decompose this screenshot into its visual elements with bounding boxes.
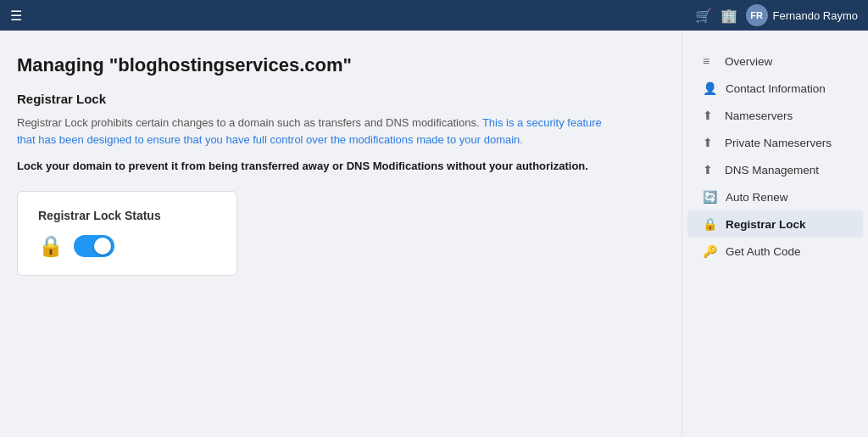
sidebar-item-private-nameservers-label: Private Nameservers [725,137,832,149]
auto-renew-icon: 🔄 [703,190,717,204]
sidebar-item-registrar-lock-label: Registrar Lock [726,218,806,231]
sidebar-item-dns-label: DNS Management [725,164,819,176]
sidebar: ≡ Overview 👤 Contact Information ⬆ Names… [682,31,868,437]
dns-icon: ⬆ [703,163,716,176]
toggle-slider[interactable] [74,235,114,257]
nav-left: ☰ [10,8,22,24]
lock-icon: 🔒 [38,234,64,258]
sidebar-item-nameservers-label: Nameservers [725,109,793,122]
building-icon[interactable]: 🏢 [721,8,737,24]
cart-icon[interactable]: 🛒 [695,8,712,24]
nav-right: 🛒 🏢 FR Fernando Raymo [695,4,858,26]
sidebar-item-registrar-lock[interactable]: 🔒 Registrar Lock [687,210,863,238]
page-title: Managing "bloghostingservices.com" [17,54,654,76]
main-layout: Managing "bloghostingservices.com" Regis… [0,31,868,437]
sidebar-item-auto-renew[interactable]: 🔄 Auto Renew [687,183,863,210]
auth-code-icon: 🔑 [703,244,717,258]
registrar-lock-icon: 🔒 [703,217,717,231]
lock-row: 🔒 [38,234,216,258]
bold-notice: Lock your domain to prevent it from bein… [17,160,610,172]
sidebar-item-auto-renew-label: Auto Renew [726,191,788,204]
private-nameservers-icon: ⬆ [703,136,716,149]
sidebar-item-overview-label: Overview [725,55,772,68]
username-label: Fernando Raymo [773,9,858,22]
avatar: FR [746,4,768,26]
contact-icon: 👤 [703,81,717,95]
nameservers-icon: ⬆ [703,109,716,122]
sidebar-item-get-auth-code-label: Get Auth Code [726,245,801,258]
top-nav: ☰ 🛒 🏢 FR Fernando Raymo [0,0,868,31]
sidebar-item-dns-management[interactable]: ⬆ DNS Management [687,156,863,183]
sidebar-item-get-auth-code[interactable]: 🔑 Get Auth Code [687,238,863,265]
lock-status-card: Registrar Lock Status 🔒 [17,191,237,276]
description: Registrar Lock prohibits certain changes… [17,115,610,148]
user-area[interactable]: FR Fernando Raymo [746,4,858,26]
sidebar-item-nameservers[interactable]: ⬆ Nameservers [687,102,863,129]
sidebar-item-overview[interactable]: ≡ Overview [687,48,863,75]
overview-icon: ≡ [703,54,716,68]
registrar-lock-toggle[interactable] [74,235,114,257]
content-area: Managing "bloghostingservices.com" Regis… [0,31,682,437]
section-title: Registrar Lock [17,92,654,106]
description-text-1: Registrar Lock prohibits certain changes… [17,116,482,129]
hamburger-icon[interactable]: ☰ [10,8,22,24]
sidebar-item-contact-information[interactable]: 👤 Contact Information [687,75,863,102]
sidebar-item-private-nameservers[interactable]: ⬆ Private Nameservers [687,129,863,156]
sidebar-item-contact-label: Contact Information [726,82,826,95]
lock-card-title: Registrar Lock Status [38,209,216,222]
